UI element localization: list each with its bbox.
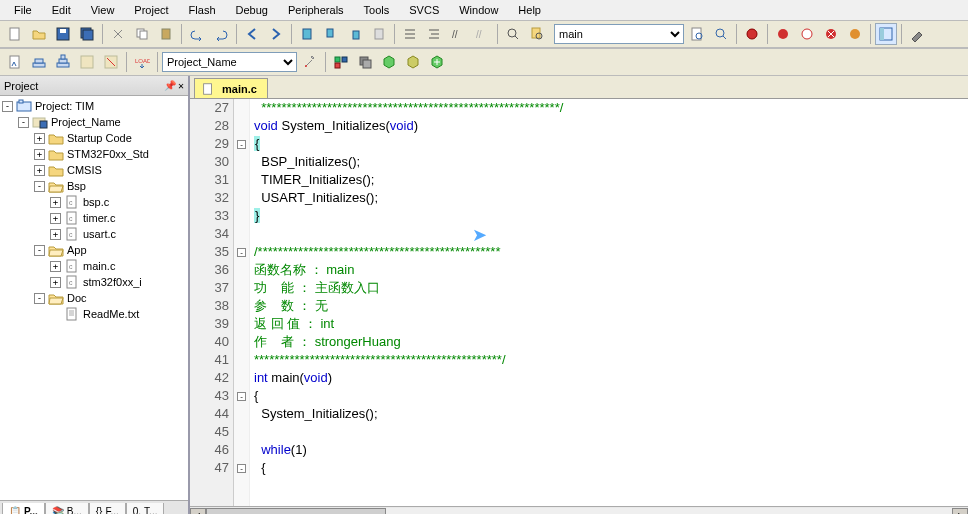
- batch-build-button[interactable]: [76, 51, 98, 73]
- bookmark-prev-button[interactable]: [320, 23, 342, 45]
- translate-button[interactable]: [4, 51, 26, 73]
- find-target-select[interactable]: main: [554, 24, 684, 44]
- file-tab-main-c[interactable]: main.c: [194, 78, 268, 98]
- code-text[interactable]: ****************************************…: [250, 99, 968, 506]
- find-next-button[interactable]: [686, 23, 708, 45]
- uncomment-button[interactable]: //: [471, 23, 493, 45]
- tree-toggle[interactable]: -: [34, 245, 45, 256]
- copy-button[interactable]: [131, 23, 153, 45]
- tree-toggle[interactable]: -: [2, 101, 13, 112]
- horizontal-scrollbar[interactable]: ◂ ▸: [190, 506, 968, 514]
- tree-toggle[interactable]: +: [50, 261, 61, 272]
- tree-toggle[interactable]: +: [34, 149, 45, 160]
- fold-toggle[interactable]: -: [237, 392, 246, 401]
- download-button[interactable]: LOAD: [131, 51, 153, 73]
- tree-item[interactable]: +cmain.c: [0, 258, 188, 274]
- tree-item[interactable]: +cbsp.c: [0, 194, 188, 210]
- tree-item[interactable]: +STM32F0xx_Std: [0, 146, 188, 162]
- menu-debug[interactable]: Debug: [226, 2, 278, 18]
- tree-toggle[interactable]: +: [50, 229, 61, 240]
- scroll-left-button[interactable]: ◂: [190, 508, 206, 515]
- fold-toggle[interactable]: -: [237, 140, 246, 149]
- menu-edit[interactable]: Edit: [42, 2, 81, 18]
- breakpoint-disable-button[interactable]: [796, 23, 818, 45]
- breakpoint-button[interactable]: [772, 23, 794, 45]
- tree-toggle[interactable]: -: [18, 117, 29, 128]
- tree-toggle[interactable]: +: [34, 133, 45, 144]
- tree-toggle[interactable]: +: [50, 197, 61, 208]
- multi-project-button[interactable]: [354, 51, 376, 73]
- build-button[interactable]: [28, 51, 50, 73]
- menu-help[interactable]: Help: [508, 2, 551, 18]
- window-layout-button[interactable]: [875, 23, 897, 45]
- debug-button[interactable]: [741, 23, 763, 45]
- tree-toggle[interactable]: +: [50, 213, 61, 224]
- redo-button[interactable]: [210, 23, 232, 45]
- menu-file[interactable]: File: [4, 2, 42, 18]
- tree-item[interactable]: +Startup Code: [0, 130, 188, 146]
- tree-toggle[interactable]: +: [34, 165, 45, 176]
- stop-build-button[interactable]: [100, 51, 122, 73]
- comment-button[interactable]: //: [447, 23, 469, 45]
- breakpoint-kill-button[interactable]: [820, 23, 842, 45]
- bottom-tab[interactable]: 0.T...: [126, 503, 165, 515]
- code-editor[interactable]: 2728293031323334353637383940414243444546…: [190, 98, 968, 506]
- bottom-tab[interactable]: {}F...: [89, 503, 126, 515]
- rebuild-button[interactable]: [52, 51, 74, 73]
- nav-back-button[interactable]: [241, 23, 263, 45]
- configure-button[interactable]: [906, 23, 928, 45]
- nav-forward-button[interactable]: [265, 23, 287, 45]
- menu-window[interactable]: Window: [449, 2, 508, 18]
- tree-item[interactable]: -Bsp: [0, 178, 188, 194]
- incremental-find-button[interactable]: [710, 23, 732, 45]
- target-options-button[interactable]: [299, 51, 321, 73]
- tree-item[interactable]: -Project_Name: [0, 114, 188, 130]
- menu-tools[interactable]: Tools: [354, 2, 400, 18]
- select-packs-button[interactable]: [402, 51, 424, 73]
- bookmark-next-button[interactable]: [344, 23, 366, 45]
- tree-toggle[interactable]: -: [34, 293, 45, 304]
- bookmark-toggle-button[interactable]: [296, 23, 318, 45]
- scroll-track[interactable]: [206, 508, 952, 515]
- tree-item[interactable]: -Doc: [0, 290, 188, 306]
- scroll-right-button[interactable]: ▸: [952, 508, 968, 515]
- menu-peripherals[interactable]: Peripherals: [278, 2, 354, 18]
- menu-project[interactable]: Project: [124, 2, 178, 18]
- menu-svcs[interactable]: SVCS: [399, 2, 449, 18]
- find-in-files-button[interactable]: [526, 23, 548, 45]
- undo-button[interactable]: [186, 23, 208, 45]
- scroll-thumb[interactable]: [206, 508, 386, 515]
- tree-item[interactable]: +cusart.c: [0, 226, 188, 242]
- bottom-tab[interactable]: 📚B...: [45, 503, 89, 515]
- panel-pin-icon[interactable]: 📌: [164, 80, 176, 91]
- new-file-button[interactable]: [4, 23, 26, 45]
- menu-flash[interactable]: Flash: [179, 2, 226, 18]
- paste-button[interactable]: [155, 23, 177, 45]
- panel-close-icon[interactable]: ✕: [178, 80, 184, 91]
- tree-toggle[interactable]: +: [50, 277, 61, 288]
- tree-item[interactable]: +ctimer.c: [0, 210, 188, 226]
- find-button[interactable]: [502, 23, 524, 45]
- tree-item[interactable]: -App: [0, 242, 188, 258]
- cut-button[interactable]: [107, 23, 129, 45]
- indent-button[interactable]: [399, 23, 421, 45]
- manage-project-button[interactable]: [330, 51, 352, 73]
- tree-item[interactable]: ReadMe.txt: [0, 306, 188, 322]
- project-target-select[interactable]: Project_Name: [162, 52, 297, 72]
- tree-item[interactable]: -Project: TIM: [0, 98, 188, 114]
- menu-view[interactable]: View: [81, 2, 125, 18]
- tree-item[interactable]: +CMSIS: [0, 162, 188, 178]
- breakpoint-skip-button[interactable]: [844, 23, 866, 45]
- fold-toggle[interactable]: -: [237, 464, 246, 473]
- outdent-button[interactable]: [423, 23, 445, 45]
- open-file-button[interactable]: [28, 23, 50, 45]
- bookmark-clear-button[interactable]: [368, 23, 390, 45]
- project-tree[interactable]: -Project: TIM-Project_Name+Startup Code+…: [0, 96, 188, 500]
- save-all-button[interactable]: [76, 23, 98, 45]
- tree-toggle[interactable]: -: [34, 181, 45, 192]
- pack-installer-button[interactable]: [426, 51, 448, 73]
- bottom-tab[interactable]: 📋P...: [2, 503, 45, 515]
- manage-packs-button[interactable]: [378, 51, 400, 73]
- save-button[interactable]: [52, 23, 74, 45]
- fold-toggle[interactable]: -: [237, 248, 246, 257]
